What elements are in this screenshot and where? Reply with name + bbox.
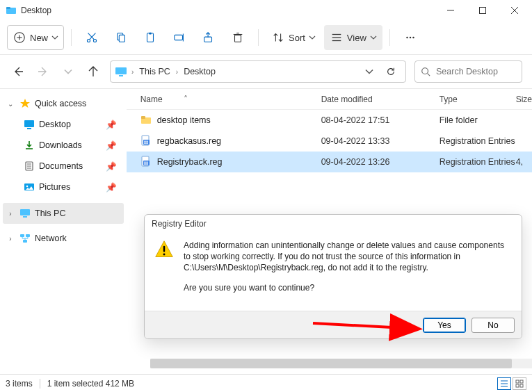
details-view-toggle[interactable] bbox=[497, 377, 511, 390]
search-input[interactable] bbox=[435, 66, 516, 77]
delete-button[interactable] bbox=[225, 25, 251, 50]
registry-editor-dialog: Registry Editor Adding information can u… bbox=[144, 214, 522, 339]
share-button[interactable] bbox=[195, 25, 222, 50]
breadcrumb-segment[interactable]: This PC bbox=[138, 67, 171, 76]
close-button[interactable] bbox=[499, 0, 531, 21]
sidebar-item-desktop[interactable]: Desktop 📌 bbox=[21, 114, 124, 135]
column-size[interactable]: Size bbox=[516, 95, 532, 104]
svg-point-28 bbox=[412, 37, 414, 39]
pictures-icon bbox=[24, 181, 35, 193]
minimize-button[interactable] bbox=[435, 0, 467, 21]
svg-rect-72 bbox=[516, 384, 519, 387]
file-name: regbackasus.reg bbox=[157, 136, 221, 146]
file-row[interactable]: desktop items08-04-2022 17:51File folder bbox=[127, 110, 532, 131]
view-icon bbox=[330, 31, 343, 44]
star-icon bbox=[19, 98, 31, 109]
svg-point-42 bbox=[26, 186, 29, 188]
file-size: 4, bbox=[516, 157, 532, 167]
forward-button[interactable] bbox=[35, 63, 51, 80]
svg-rect-3 bbox=[480, 8, 486, 14]
scrollbar-thumb[interactable] bbox=[150, 359, 512, 368]
sidebar-item-documents[interactable]: Documents 📌 bbox=[21, 156, 124, 177]
view-button[interactable]: View bbox=[324, 25, 382, 50]
file-date: 09-04-2022 13:26 bbox=[321, 157, 440, 167]
breadcrumb[interactable]: › This PC › Desktop bbox=[110, 60, 406, 83]
recent-locations-button[interactable] bbox=[60, 63, 76, 80]
svg-rect-58 bbox=[144, 161, 145, 163]
sidebar-item-label: This PC bbox=[35, 209, 65, 218]
sidebar-item-pictures[interactable]: Pictures 📌 bbox=[21, 177, 124, 197]
breadcrumb-segment[interactable]: Desktop bbox=[182, 67, 217, 76]
share-icon bbox=[202, 31, 215, 44]
pin-icon: 📌 bbox=[106, 140, 117, 151]
svg-rect-17 bbox=[175, 35, 183, 40]
maximize-button[interactable] bbox=[467, 0, 499, 21]
command-bar: New Sort View bbox=[0, 21, 532, 54]
yes-button[interactable]: Yes bbox=[423, 318, 466, 333]
sort-caret-icon: ˄ bbox=[184, 95, 188, 104]
svg-rect-53 bbox=[146, 140, 147, 142]
search-box[interactable] bbox=[414, 60, 522, 83]
svg-rect-73 bbox=[520, 384, 523, 387]
back-button[interactable] bbox=[10, 63, 26, 80]
this-pc-icon bbox=[19, 208, 31, 219]
expand-icon[interactable]: › bbox=[6, 210, 15, 218]
network-icon bbox=[19, 233, 31, 244]
sort-icon bbox=[272, 31, 284, 44]
svg-point-10 bbox=[93, 39, 96, 42]
sidebar-network[interactable]: › Network bbox=[3, 228, 124, 249]
svg-rect-1 bbox=[6, 7, 10, 9]
svg-rect-46 bbox=[26, 234, 30, 237]
sort-button[interactable]: Sort bbox=[266, 25, 321, 50]
column-type[interactable]: Type bbox=[440, 95, 516, 104]
expand-icon[interactable]: › bbox=[6, 235, 15, 243]
trash-icon bbox=[232, 31, 244, 44]
up-button[interactable] bbox=[85, 63, 102, 80]
sidebar-this-pc[interactable]: › This PC bbox=[3, 203, 124, 224]
search-icon bbox=[421, 67, 430, 76]
more-button[interactable] bbox=[397, 25, 424, 50]
navigation-pane: ⌄ Quick access Desktop 📌 Downloads 📌 Doc… bbox=[0, 89, 127, 366]
horizontal-scrollbar[interactable] bbox=[150, 359, 532, 368]
reg-file-icon bbox=[140, 135, 152, 148]
svg-rect-70 bbox=[516, 380, 519, 383]
file-type: Registration Entries bbox=[440, 136, 516, 146]
collapse-icon[interactable]: ⌄ bbox=[6, 100, 15, 108]
this-pc-icon bbox=[115, 67, 127, 76]
ellipsis-icon bbox=[404, 31, 417, 44]
column-name[interactable]: Name˄ bbox=[140, 95, 321, 104]
svg-rect-15 bbox=[147, 33, 154, 42]
downloads-icon bbox=[24, 140, 35, 151]
sidebar-item-label: Desktop bbox=[39, 120, 71, 129]
svg-rect-45 bbox=[20, 234, 24, 237]
svg-point-31 bbox=[422, 68, 428, 74]
sidebar-item-label: Network bbox=[35, 234, 67, 243]
clipboard-icon bbox=[144, 31, 156, 44]
thumbnails-view-toggle[interactable] bbox=[513, 377, 526, 390]
sidebar-item-label: Documents bbox=[39, 161, 83, 171]
rename-button[interactable] bbox=[166, 25, 193, 50]
sidebar-item-label: Pictures bbox=[39, 182, 70, 192]
refresh-button[interactable] bbox=[380, 67, 401, 76]
file-row[interactable]: regbackasus.reg09-04-2022 13:33Registrat… bbox=[127, 131, 532, 152]
cut-button[interactable] bbox=[79, 25, 105, 50]
file-name: desktop items bbox=[157, 115, 211, 125]
no-button[interactable]: No bbox=[471, 318, 515, 333]
sidebar-quick-access[interactable]: ⌄ Quick access bbox=[3, 93, 124, 114]
chevron-right-icon: › bbox=[130, 68, 135, 76]
scissors-icon bbox=[86, 31, 98, 44]
paste-button[interactable] bbox=[137, 25, 163, 50]
svg-rect-63 bbox=[163, 246, 165, 252]
svg-rect-61 bbox=[146, 163, 147, 165]
svg-rect-47 bbox=[23, 240, 27, 243]
sort-button-label: Sort bbox=[289, 33, 305, 43]
documents-icon bbox=[24, 161, 35, 172]
breadcrumb-dropdown[interactable] bbox=[361, 68, 378, 75]
copy-button[interactable] bbox=[108, 25, 134, 50]
file-row[interactable]: Registryback.reg09-04-2022 13:26Registra… bbox=[127, 152, 532, 172]
chevron-down-icon bbox=[309, 35, 315, 40]
sidebar-item-downloads[interactable]: Downloads 📌 bbox=[21, 135, 124, 156]
svg-rect-43 bbox=[20, 209, 30, 215]
new-button[interactable]: New bbox=[7, 25, 64, 50]
column-date[interactable]: Date modified bbox=[321, 95, 440, 104]
